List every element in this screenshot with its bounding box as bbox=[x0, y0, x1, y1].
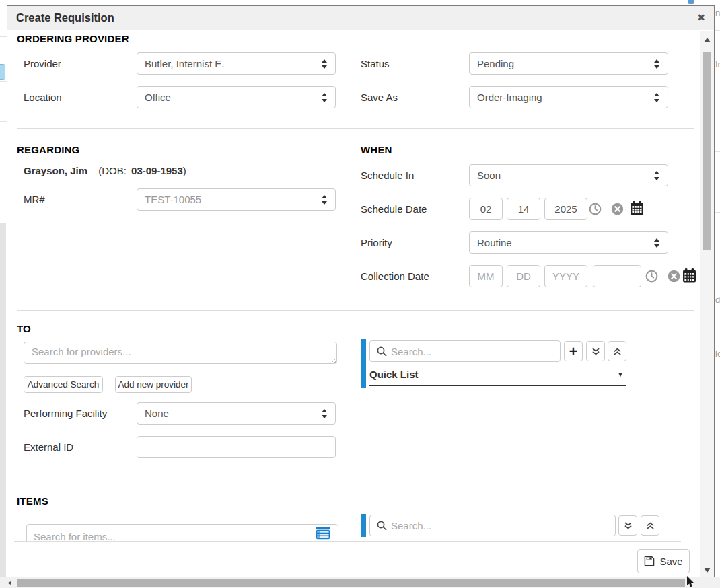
bg-panel-edge bbox=[0, 223, 6, 588]
plus-icon: + bbox=[569, 344, 577, 358]
vertical-scrollbar-thumb[interactable] bbox=[703, 52, 711, 250]
collection-month-field[interactable] bbox=[469, 265, 503, 287]
scroll-left-arrow-icon[interactable]: ◄ bbox=[4, 577, 15, 588]
updown-caret-icon bbox=[322, 92, 328, 103]
external-id-field[interactable] bbox=[137, 436, 336, 458]
priority-label: Priority bbox=[361, 231, 392, 254]
quick-list-header[interactable]: Quick List ▼ bbox=[369, 369, 626, 382]
bg-text-fragment: lo bbox=[715, 348, 720, 359]
schedule-in-select[interactable]: Soon bbox=[469, 164, 668, 186]
updown-caret-icon bbox=[654, 170, 660, 181]
bg-divider bbox=[715, 151, 720, 152]
screen: n Ir d lo ◄ Create Requisition ✖ ORDERIN… bbox=[0, 0, 720, 588]
bg-icon-edge bbox=[688, 0, 694, 4]
dob-prefix: (DOB: bbox=[98, 165, 127, 176]
save-as-label: Save As bbox=[361, 86, 398, 108]
bg-button-edge bbox=[0, 64, 5, 80]
status-select-value: Pending bbox=[477, 53, 514, 74]
create-requisition-dialog: Create Requisition ✖ ORDERING PROVIDER P… bbox=[7, 5, 715, 577]
location-label: Location bbox=[24, 86, 62, 108]
item-list-icon[interactable] bbox=[316, 527, 330, 542]
priority-select[interactable]: Routine bbox=[469, 231, 668, 254]
collection-date-clear-icon[interactable] bbox=[668, 270, 680, 285]
bg-text-fragment: Ir bbox=[715, 59, 720, 69]
scroll-up-arrow-icon[interactable] bbox=[700, 32, 714, 47]
vertical-scrollbar[interactable] bbox=[700, 31, 714, 577]
to-panel-accent-bar bbox=[361, 339, 366, 388]
items-collapse-all-button[interactable] bbox=[641, 515, 659, 536]
bg-divider bbox=[0, 36, 7, 37]
location-select-value: Office bbox=[145, 87, 171, 108]
bg-divider bbox=[715, 30, 720, 31]
quick-list-underline bbox=[369, 385, 626, 386]
add-new-provider-button[interactable]: Add new provider bbox=[115, 376, 192, 393]
section-divider bbox=[17, 128, 694, 129]
regarding-heading: REGARDING bbox=[17, 144, 79, 155]
priority-value: Routine bbox=[477, 232, 512, 253]
close-icon[interactable]: ✖ bbox=[688, 6, 714, 30]
collection-time-clock-icon[interactable] bbox=[645, 270, 658, 285]
updown-caret-icon bbox=[654, 237, 660, 248]
scroll-down-arrow-icon[interactable] bbox=[700, 562, 714, 577]
collection-year-field[interactable] bbox=[544, 265, 587, 287]
bg-text-fragment: n bbox=[715, 8, 720, 18]
external-id-label: External ID bbox=[24, 436, 73, 458]
collapse-all-button[interactable] bbox=[608, 341, 626, 361]
collection-date-calendar-icon[interactable] bbox=[682, 268, 696, 285]
mouse-cursor bbox=[686, 576, 695, 588]
items-panel-accent-bar bbox=[361, 514, 366, 537]
items-expand-all-button[interactable] bbox=[618, 515, 637, 536]
updown-caret-icon bbox=[654, 92, 660, 103]
performing-facility-label: Performing Facility bbox=[24, 402, 107, 425]
patient-summary: Grayson, Jim (DOB: 03-09-1953) bbox=[24, 165, 186, 176]
provider-select-value: Butler, Internist E. bbox=[145, 53, 224, 74]
updown-caret-icon bbox=[322, 59, 328, 69]
save-button[interactable]: Save bbox=[637, 549, 690, 573]
bg-divider bbox=[0, 121, 7, 122]
status-label: Status bbox=[361, 52, 390, 75]
save-as-select-value: Order-Imaging bbox=[477, 87, 542, 108]
ordering-provider-heading: ORDERING PROVIDER bbox=[17, 33, 129, 44]
section-divider bbox=[17, 310, 694, 311]
provider-label: Provider bbox=[24, 52, 61, 75]
collection-day-field[interactable] bbox=[507, 265, 540, 287]
add-to-list-button[interactable]: + bbox=[564, 341, 583, 361]
search-icon bbox=[377, 521, 387, 531]
schedule-date-calendar-icon[interactable] bbox=[630, 201, 644, 218]
updown-caret-icon bbox=[654, 59, 660, 69]
patient-name: Grayson, Jim bbox=[24, 165, 87, 176]
schedule-month-field[interactable] bbox=[469, 198, 503, 220]
schedule-in-label: Schedule In bbox=[361, 164, 414, 186]
dialog-footer bbox=[7, 542, 700, 577]
schedule-year-field[interactable] bbox=[544, 198, 587, 220]
to-panel-search-input[interactable] bbox=[391, 342, 554, 361]
schedule-date-clear-icon[interactable] bbox=[611, 203, 624, 218]
to-heading: TO bbox=[17, 323, 31, 334]
dialog-titlebar: Create Requisition ✖ bbox=[7, 6, 714, 30]
horizontal-scrollbar-thumb[interactable] bbox=[17, 579, 685, 587]
expand-all-button[interactable] bbox=[586, 341, 605, 361]
mr-select[interactable]: TEST-10055 bbox=[137, 188, 336, 211]
save-button-label: Save bbox=[659, 556, 682, 567]
double-chevron-up-icon bbox=[613, 347, 622, 356]
provider-select[interactable]: Butler, Internist E. bbox=[137, 52, 336, 75]
items-panel-searchbox bbox=[369, 515, 616, 536]
mr-label: MR# bbox=[24, 188, 45, 211]
items-panel-search-input[interactable] bbox=[391, 516, 609, 535]
schedule-day-field[interactable] bbox=[507, 198, 540, 220]
updown-caret-icon bbox=[322, 194, 328, 205]
save-as-select[interactable]: Order-Imaging bbox=[469, 86, 668, 108]
section-divider bbox=[17, 482, 694, 482]
status-select[interactable]: Pending bbox=[469, 52, 668, 75]
advanced-search-button[interactable]: Advanced Search bbox=[24, 376, 103, 393]
footer-divider bbox=[14, 541, 681, 542]
collection-time-field[interactable] bbox=[593, 265, 641, 287]
dialog-title: Create Requisition bbox=[16, 6, 114, 29]
save-floppy-icon bbox=[644, 556, 655, 566]
performing-facility-select[interactable]: None bbox=[137, 402, 336, 425]
location-select[interactable]: Office bbox=[137, 86, 336, 108]
search-icon bbox=[377, 346, 387, 357]
dob-value: 03-09-1953 bbox=[131, 165, 183, 176]
schedule-time-clock-icon[interactable] bbox=[589, 203, 602, 218]
provider-search-input[interactable] bbox=[24, 342, 337, 364]
